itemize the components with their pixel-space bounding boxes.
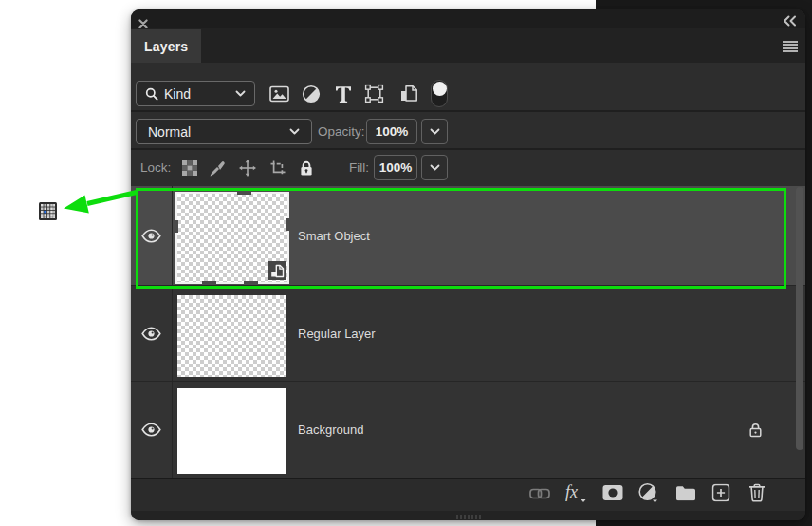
- layer-row-background[interactable]: Background: [131, 381, 805, 478]
- blue-pixel: [44, 211, 46, 214]
- filter-kind-select[interactable]: Kind: [136, 81, 255, 106]
- filter-shape-icon[interactable]: [361, 81, 387, 106]
- blend-mode-select[interactable]: Normal: [136, 119, 312, 144]
- filter-smart-object-icon[interactable]: [397, 81, 422, 106]
- svg-text:fx: fx: [565, 482, 578, 501]
- lock-image-pixels-icon[interactable]: [206, 157, 229, 179]
- lock-all-icon[interactable]: [295, 157, 318, 179]
- fill-label: Fill:: [349, 155, 369, 180]
- filter-toggle-switch[interactable]: [431, 80, 448, 107]
- blend-mode-value: Normal: [148, 124, 191, 140]
- panel-titlebar: [131, 9, 805, 28]
- green-highlight-rect: [136, 188, 786, 289]
- panel-resize-strip: [131, 511, 805, 520]
- tab-layers[interactable]: Layers: [131, 29, 201, 63]
- panel-tabbar: Layers: [131, 28, 805, 63]
- chevron-down-icon: [430, 128, 440, 135]
- opacity-value-box[interactable]: 100%: [366, 119, 417, 144]
- opacity-dropdown-button[interactable]: [421, 119, 448, 144]
- chevron-down-icon: [235, 90, 246, 97]
- opacity-label: Opacity:: [318, 119, 365, 144]
- tab-layers-label: Layers: [144, 39, 188, 54]
- close-icon[interactable]: [138, 15, 148, 25]
- new-layer-icon[interactable]: [712, 484, 730, 506]
- eye-icon: [141, 327, 161, 341]
- filter-type-icon[interactable]: [330, 81, 356, 106]
- panel-menu-icon[interactable]: [783, 41, 798, 52]
- scrollbar-thumb[interactable]: [796, 187, 803, 450]
- lock-transparent-pixels-icon[interactable]: [178, 157, 201, 179]
- filter-kind-label: Kind: [164, 86, 191, 102]
- separator: [131, 110, 805, 112]
- panel-controls: Kind: [131, 63, 805, 186]
- visibility-cell[interactable]: [131, 286, 173, 381]
- locked-layer-icon: [748, 423, 763, 438]
- separator: [131, 148, 805, 150]
- layer-thumbnail[interactable]: [177, 388, 286, 474]
- toggle-knob: [433, 82, 447, 96]
- layer-style-fx-icon[interactable]: fx: [565, 482, 588, 507]
- collapse-panel-icon[interactable]: [783, 13, 797, 25]
- chevron-down-icon: [289, 128, 300, 135]
- panel-footer: fx: [131, 478, 805, 511]
- layer-thumbnail[interactable]: [177, 295, 286, 377]
- visibility-cell[interactable]: [131, 382, 173, 478]
- pixel-grid-icon: [39, 202, 57, 220]
- layer-row-regular-layer[interactable]: Regular Layer: [131, 285, 805, 381]
- delete-layer-icon[interactable]: [748, 483, 766, 506]
- fill-dropdown-button[interactable]: [421, 155, 448, 180]
- filter-adjustment-icon[interactable]: [298, 81, 323, 106]
- layer-name[interactable]: Background: [298, 382, 363, 478]
- fill-value: 100%: [379, 160, 413, 175]
- lock-artboard-icon[interactable]: [267, 157, 289, 179]
- search-icon: [145, 87, 158, 101]
- new-group-icon[interactable]: [675, 485, 696, 505]
- chevron-down-icon: [430, 164, 440, 171]
- layer-name[interactable]: Regular Layer: [298, 286, 376, 381]
- lock-position-icon[interactable]: [236, 157, 259, 179]
- filter-image-icon[interactable]: [267, 81, 292, 106]
- eye-icon: [141, 423, 161, 437]
- fill-value-box[interactable]: 100%: [374, 155, 417, 180]
- resize-gripper[interactable]: [456, 515, 483, 519]
- lock-label: Lock:: [140, 155, 171, 180]
- opacity-value: 100%: [376, 124, 409, 139]
- new-adjustment-layer-icon[interactable]: [638, 482, 660, 507]
- link-layers-icon[interactable]: [529, 486, 550, 503]
- add-layer-mask-icon[interactable]: [602, 485, 623, 505]
